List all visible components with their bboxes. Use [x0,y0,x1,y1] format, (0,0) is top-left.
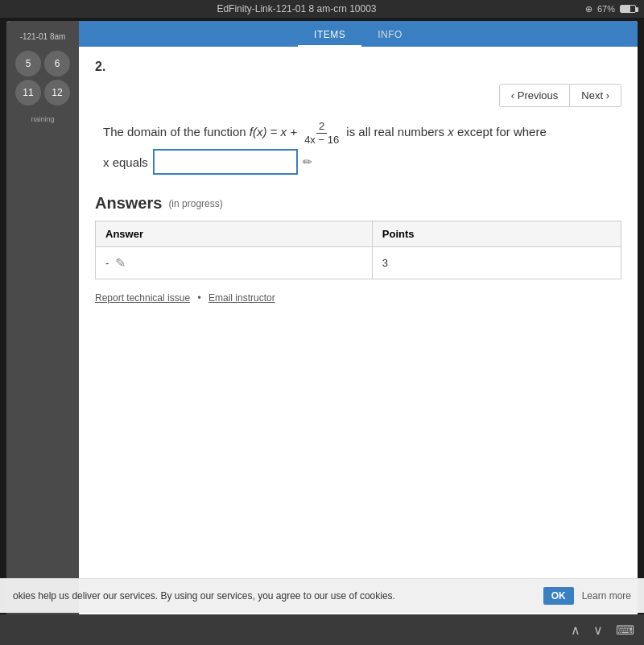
question-body: The domain of the function f(x) = x + 2 … [95,120,621,175]
keyboard-bar: ∧ ∨ ⌨ [0,614,644,645]
answer-input-row: x equals ✏ [103,149,613,175]
tab-items[interactable]: ITEMS [298,24,361,47]
cookie-text: okies help us deliver our services. By u… [13,590,535,602]
answers-table: Answer Points - ✎ 3 [95,221,621,279]
sidebar: -121-01 8am 5 6 11 12 naining [6,21,79,625]
fraction-denominator: 4x − 16 [302,134,341,147]
x-equals-label: x equals [103,151,148,173]
chevron-up-icon[interactable]: ∧ [571,622,580,638]
sidebar-item-11[interactable]: 11 [15,80,41,105]
question-text-before: The domain of the function [103,125,250,139]
cookie-bar: okies help us deliver our services. By u… [0,578,644,613]
tab-bar: ITEMS INFO [79,21,638,47]
pencil-icon: ✏ [303,152,312,172]
chevron-down-icon[interactable]: ∨ [593,622,603,638]
next-button[interactable]: Next › [570,84,621,107]
answers-title: Answers (in progress) [95,194,621,213]
sidebar-item-5[interactable]: 5 [15,51,41,76]
sidebar-remaining: naining [6,112,79,126]
battery-percent: 67% [597,4,615,14]
in-progress-badge: (in progress) [168,198,222,209]
tab-info[interactable]: INFO [361,24,419,47]
table-row: - ✎ 3 [96,247,621,279]
content-area: 2. ‹ Previous Next › The domain of the f… [79,47,638,625]
sidebar-item-12[interactable]: 12 [44,80,70,105]
sidebar-header: -121-01 8am [6,29,79,44]
footer-links: Report technical issue • Email instructo… [95,292,621,304]
previous-button[interactable]: ‹ Previous [499,84,571,107]
answer-cell: - ✎ [96,247,373,279]
wifi-icon: ⊕ [585,4,592,14]
fraction-numerator: 2 [316,120,327,134]
answers-label: Answers [95,194,162,213]
question-number: 2. [95,60,621,74]
col-answer: Answer [96,221,373,247]
learn-more-link[interactable]: Learn more [582,590,631,602]
report-link[interactable]: Report technical issue [95,292,190,304]
function-label: f(x) = x + [250,125,297,139]
table-header-row: Answer Points [96,221,621,247]
fraction: 2 4x − 16 [302,120,341,146]
edit-icon: ✎ [115,255,126,271]
answers-section: Answers (in progress) Answer Points [95,194,621,279]
footer-separator: • [197,292,200,304]
keyboard-icon[interactable]: ⌨ [616,622,634,638]
question-text-after: is all real numbers x except for where [346,125,546,139]
answer-value: - [105,257,109,269]
nav-buttons: ‹ Previous Next › [95,84,621,107]
status-bar: EdFinity-Link-121-01 8 am-crn 10003 ⊕ 67… [0,0,644,18]
status-title: EdFinity-Link-121-01 8 am-crn 10003 [8,3,585,14]
sidebar-item-6[interactable]: 6 [44,51,70,76]
main-area: ITEMS INFO 2. ‹ Previous Next › The doma… [79,21,638,625]
col-points: Points [372,221,621,247]
email-instructor-link[interactable]: Email instructor [208,292,275,304]
points-cell: 3 [372,247,621,279]
answer-input[interactable] [153,149,298,175]
ok-button[interactable]: OK [543,587,574,605]
top-nav: ITEMS INFO [79,21,638,47]
status-right: ⊕ 67% [585,4,636,14]
browser-window: -121-01 8am 5 6 11 12 naining ITEMS INFO… [6,21,638,625]
sidebar-nav: 5 6 11 12 [6,44,79,112]
battery-icon [620,5,636,13]
